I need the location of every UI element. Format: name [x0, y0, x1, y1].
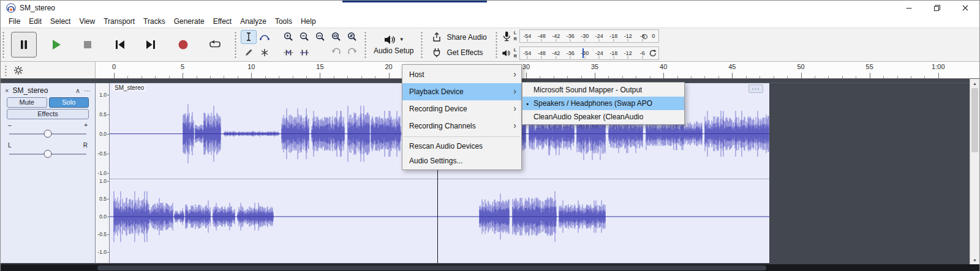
play-icon [48, 37, 64, 53]
up-arrow-icon[interactable]: ▲ [970, 79, 979, 87]
stop-button[interactable] [75, 32, 100, 58]
multi-tool-button[interactable] [257, 46, 273, 60]
menu-item-playback-device[interactable]: Playback Device› [402, 83, 521, 100]
recording-meter-scale[interactable]: 0 -54-48-42-36-30-24-18-12-6 [519, 29, 659, 43]
pan-slider-knob[interactable] [44, 150, 52, 158]
gain-slider[interactable]: – + [8, 121, 88, 139]
meter-tick [556, 39, 556, 42]
menu-item-host[interactable]: Host› [402, 66, 521, 83]
share-audio-button[interactable]: Share Audio [428, 31, 489, 43]
skip-to-start-button[interactable] [107, 32, 132, 58]
tools-toolbar-grip[interactable] [234, 31, 237, 58]
undo-button[interactable] [328, 46, 344, 60]
menu-item-rescan-audio-devices[interactable]: Rescan Audio Devices [402, 139, 521, 154]
close-button[interactable] [951, 1, 979, 15]
gear-icon[interactable] [13, 65, 23, 75]
redo-button[interactable] [344, 46, 360, 60]
mute-button[interactable]: Mute [7, 97, 47, 108]
ruler-tick [938, 73, 939, 78]
menu-tracks[interactable]: Tracks [139, 16, 170, 27]
meter-scale-12: -12 [624, 50, 632, 56]
audio-setup-toolbar-grip[interactable] [364, 31, 367, 58]
playback-meter[interactable]: L R -54-48-42-36-30-24-18-12-6 [502, 46, 659, 61]
submenu-item-label: Speakers / Headphones (Swap APO [533, 99, 652, 108]
scale-tick [107, 234, 109, 235]
track-close-button[interactable]: × [5, 87, 9, 94]
meter-tick [599, 56, 600, 59]
envelope-tool-button[interactable] [257, 30, 273, 44]
gain-slider-knob[interactable] [44, 130, 52, 138]
zoom-selection-button[interactable] [312, 30, 328, 44]
draw-tool-button[interactable] [241, 46, 257, 60]
maximize-button[interactable] [923, 1, 951, 15]
solo-button[interactable]: Solo [49, 97, 89, 108]
ruler-tick [567, 76, 568, 78]
menu-view[interactable]: View [75, 16, 99, 27]
submenu-arrow-icon: › [513, 70, 516, 80]
menu-transport[interactable]: Transport [99, 16, 139, 27]
submenu-item-microsoft-sound-mapper-output[interactable]: Microsoft Sound Mapper - Output [522, 83, 684, 97]
effects-button[interactable]: Effects [7, 109, 89, 119]
amplitude-label-0-0: 0.0 [99, 214, 107, 220]
vertical-scrollbar[interactable]: ▲ ▼ [970, 79, 979, 264]
zoom-out-button[interactable] [296, 30, 312, 44]
ruler-label-35: 35 [591, 63, 598, 70]
get-effects-label: Get Effects [447, 48, 483, 57]
meter-toolbar-grip[interactable] [495, 31, 498, 58]
zoom-toggle-button[interactable] [344, 30, 360, 44]
refresh-icon[interactable] [649, 49, 657, 58]
ruler-tick [155, 76, 156, 78]
record-button[interactable] [170, 32, 196, 58]
trim-audio-button[interactable] [281, 46, 296, 60]
meter-scale-30: -30 [581, 50, 589, 56]
timeline-grip[interactable] [4, 65, 7, 76]
loop-button[interactable] [202, 32, 228, 58]
silence-audio-button[interactable] [296, 46, 312, 60]
menu-item-recording-device[interactable]: Recording Device› [402, 100, 521, 117]
pan-slider[interactable]: L R [8, 141, 88, 160]
clip-overflow-button[interactable]: ··· [748, 84, 763, 93]
share-toolbar-grip[interactable] [420, 31, 423, 58]
menu-item-recording-channels[interactable]: Recording Channels› [402, 117, 521, 135]
meter-tick [527, 56, 527, 59]
horizontal-scrollbar[interactable] [1, 264, 979, 271]
menu-effect[interactable]: Effect [209, 16, 236, 27]
menu-select[interactable]: Select [46, 16, 75, 27]
vertical-scroll-thumb[interactable] [971, 88, 978, 152]
vertical-scale[interactable]: 1.00.50.0-0.5-1.01.00.50.0-0.5-1.0 [96, 83, 110, 264]
clip-name-overlay[interactable]: SM_stereo [113, 84, 146, 91]
timeline-ruler[interactable]: 05101520253035404550551:00 [96, 62, 979, 78]
playback-meter-scale[interactable]: -54-48-42-36-30-24-18-12-6 [519, 46, 659, 60]
zoom-in-button[interactable] [281, 30, 296, 44]
play-button[interactable] [43, 32, 69, 58]
submenu-item-cleanaudio-speaker-cleanaudio[interactable]: CleanAudio Speaker (CleanAudio [522, 110, 684, 124]
zoom-fit-project-button[interactable] [328, 30, 344, 44]
track-name[interactable]: SM_stereo [12, 86, 48, 95]
menu-edit[interactable]: Edit [24, 16, 46, 27]
speaker-icon-small [502, 49, 511, 58]
menu-item-audio-settings[interactable]: Audio Settings... [402, 154, 521, 168]
get-effects-button[interactable]: Get Effects [428, 46, 489, 59]
menu-help[interactable]: Help [296, 16, 320, 27]
submenu-item-speakers-headphones-swap-apo[interactable]: ●Speakers / Headphones (Swap APO [522, 97, 684, 110]
minimize-button[interactable] [895, 1, 923, 15]
skip-to-end-button[interactable] [138, 32, 164, 58]
track-collapse-button[interactable]: ∧ [75, 87, 80, 95]
menu-generate[interactable]: Generate [170, 16, 209, 27]
transport-toolbar-grip[interactable] [2, 31, 5, 58]
menu-analyze[interactable]: Analyze [236, 16, 271, 27]
ruler-label-40: 40 [660, 63, 667, 70]
recording-meter[interactable]: L R 0 -54-48-42-36-30-24-18-12-6 [502, 29, 659, 43]
ruler-tick [622, 76, 623, 78]
track-menu-button[interactable]: ··· [84, 87, 91, 94]
menu-file[interactable]: File [4, 16, 24, 27]
menu-tools[interactable]: Tools [271, 16, 296, 27]
pause-button[interactable] [11, 32, 37, 58]
horizontal-scroll-thumb[interactable] [97, 265, 766, 270]
down-arrow-icon[interactable]: ▼ [970, 256, 979, 264]
selection-tool-button[interactable] [241, 30, 257, 44]
track-control-panel[interactable]: × SM_stereo ∧ ··· Mute Solo Effects – + [1, 83, 96, 264]
timeline-options[interactable] [1, 62, 96, 78]
audio-setup-button[interactable]: ▼ Audio Setup [368, 28, 419, 61]
ruler-tick [663, 73, 664, 78]
